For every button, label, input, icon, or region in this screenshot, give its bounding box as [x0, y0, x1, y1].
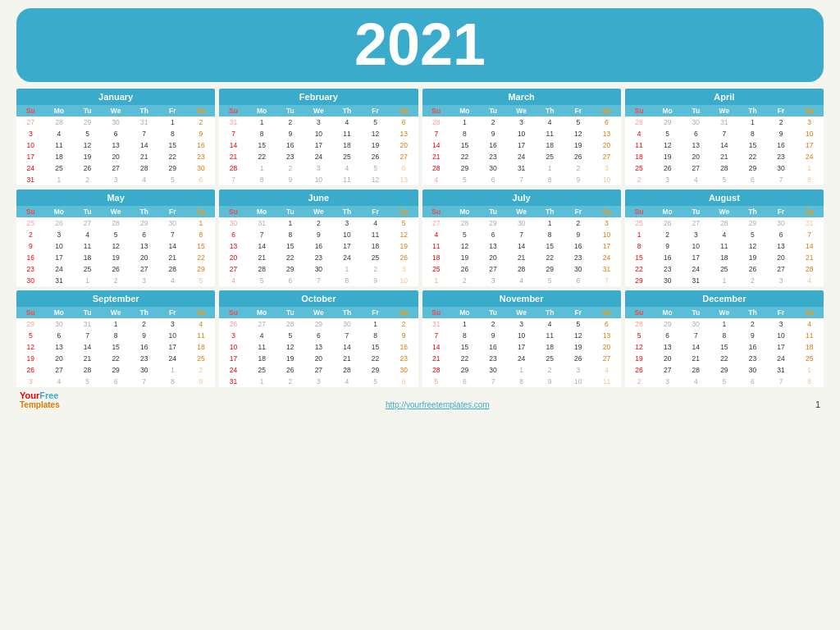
day-cell: 10	[390, 275, 418, 286]
day-cell: 3	[102, 174, 130, 185]
day-header-su: Su	[625, 206, 654, 217]
day-cell: 10	[795, 128, 824, 139]
day-cell: 14	[333, 341, 362, 353]
day-cell: 10	[564, 376, 593, 387]
day-cell: 25	[73, 263, 102, 275]
day-cell: 10	[219, 341, 248, 353]
day-cell: 13	[102, 139, 130, 151]
day-cell: 14	[130, 139, 158, 151]
month-header-april: April	[625, 89, 824, 105]
day-cell: 29	[73, 116, 102, 128]
day-header-mo: Mo	[45, 307, 74, 318]
day-cell: 20	[682, 151, 710, 162]
day-cell: 9	[564, 229, 593, 240]
day-cell: 22	[102, 353, 130, 364]
day-cell: 19	[16, 353, 45, 364]
day-cell: 27	[592, 353, 621, 364]
day-cell: 10	[158, 330, 187, 341]
day-cell: 16	[304, 240, 333, 252]
day-cell: 26	[564, 353, 593, 364]
day-cell: 14	[795, 240, 824, 252]
day-cell: 3	[767, 275, 796, 286]
day-cell: 31	[16, 174, 45, 185]
day-cell: 5	[625, 330, 654, 341]
day-cell: 27	[130, 263, 158, 275]
day-cell: 13	[390, 128, 418, 139]
day-cell: 20	[45, 353, 74, 364]
day-header-th: Th	[130, 105, 158, 116]
day-cell: 1	[158, 364, 187, 376]
day-cell: 5	[710, 376, 739, 387]
day-cell: 12	[390, 229, 418, 240]
day-cell: 30	[682, 116, 710, 128]
day-cell: 17	[45, 252, 74, 263]
day-header-sa: Sa	[187, 307, 216, 318]
day-cell: 5	[564, 116, 593, 128]
day-cell: 19	[361, 139, 390, 151]
day-cell: 30	[479, 364, 508, 376]
day-header-we: We	[507, 105, 536, 116]
day-cell: 3	[592, 162, 621, 174]
day-cell: 9	[653, 240, 682, 252]
day-cell: 4	[333, 116, 362, 128]
day-cell: 5	[361, 162, 390, 174]
day-cell: 8	[248, 174, 276, 185]
day-cell: 31	[710, 116, 739, 128]
day-cell: 18	[536, 341, 564, 353]
day-header-fr: Fr	[767, 307, 796, 318]
day-cell: 10	[767, 330, 796, 341]
day-cell: 21	[507, 252, 536, 263]
day-cell: 23	[653, 263, 682, 275]
day-cell: 25	[248, 364, 276, 376]
day-cell: 1	[248, 376, 276, 387]
day-cell: 19	[738, 252, 767, 263]
day-cell: 5	[738, 229, 767, 240]
day-cell: 16	[653, 252, 682, 263]
day-cell: 5	[73, 376, 102, 387]
day-cell: 10	[507, 330, 536, 341]
day-header-tu: Tu	[479, 206, 508, 217]
day-cell: 27	[422, 217, 451, 229]
day-cell: 3	[479, 275, 508, 286]
day-cell: 12	[361, 128, 390, 139]
day-cell: 11	[592, 376, 621, 387]
footer-url[interactable]: http://yourfreetemplates.com	[386, 400, 490, 409]
day-cell: 14	[682, 341, 710, 353]
day-cell: 25	[625, 162, 654, 174]
day-cell: 25	[625, 217, 654, 229]
day-cell: 28	[507, 263, 536, 275]
day-cell: 7	[479, 376, 508, 387]
day-cell: 16	[276, 139, 304, 151]
day-cell: 7	[422, 128, 451, 139]
day-headers-row: SuMoTuWeThFrSa	[625, 307, 824, 318]
day-header-mo: Mo	[653, 105, 682, 116]
day-header-su: Su	[625, 105, 654, 116]
day-cell: 4	[45, 376, 74, 387]
day-cell: 29	[158, 162, 187, 174]
day-cell: 8	[625, 240, 654, 252]
day-cell: 8	[738, 128, 767, 139]
day-cell: 13	[479, 240, 508, 252]
day-cell: 28	[248, 263, 276, 275]
day-cell: 28	[422, 364, 451, 376]
days-grid: 2930311234567891011121314151617181920212…	[16, 318, 215, 387]
day-header-sa: Sa	[795, 307, 824, 318]
day-cell: 4	[710, 229, 739, 240]
day-cell: 15	[710, 341, 739, 353]
day-cell: 8	[536, 174, 564, 185]
day-cell: 11	[361, 229, 390, 240]
day-cell: 3	[653, 174, 682, 185]
day-header-sa: Sa	[187, 206, 216, 217]
day-cell: 4	[130, 174, 158, 185]
day-cell: 16	[767, 139, 796, 151]
month-block-december: DecemberSuMoTuWeThFrSa282930123456789101…	[625, 290, 824, 387]
day-cell: 29	[738, 217, 767, 229]
day-cell: 30	[564, 263, 593, 275]
day-cell: 11	[422, 240, 451, 252]
day-cell: 9	[536, 376, 564, 387]
day-cell: 28	[130, 162, 158, 174]
day-headers-row: SuMoTuWeThFrSa	[16, 105, 215, 116]
day-cell: 29	[738, 162, 767, 174]
day-header-mo: Mo	[248, 206, 276, 217]
day-cell: 28	[682, 364, 710, 376]
